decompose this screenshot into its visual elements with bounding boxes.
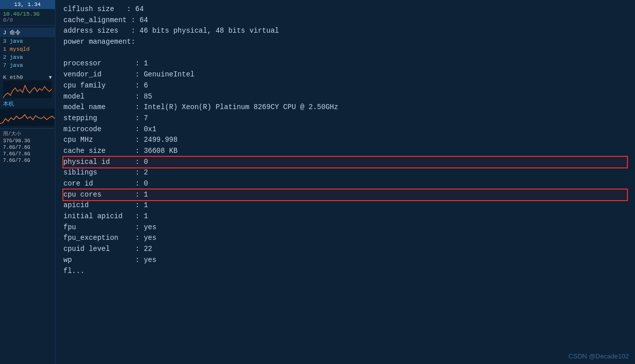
- terminal-line-6: vendor_id : GenuineIntel: [63, 69, 627, 80]
- terminal-line-3: power management:: [63, 37, 627, 48]
- sidebar-header: 13, 1.34: [0, 0, 55, 9]
- sidebar-item-java2[interactable]: 2 java: [0, 53, 55, 61]
- sidebar-item-java3[interactable]: 7 java: [0, 61, 55, 69]
- sidebar-disk-graph: [0, 109, 55, 126]
- chevron-down-icon: ▼: [49, 75, 52, 80]
- terminal-line-5: processor : 1: [63, 58, 627, 69]
- terminal-line-1: cache_alignment : 64: [63, 15, 627, 26]
- terminal-line-23: wp : yes: [63, 255, 627, 266]
- watermark-text: CSDN @Decade102: [569, 352, 629, 360]
- sidebar-local-label: 本机: [0, 99, 55, 109]
- terminal-line-0: clflush size : 64: [63, 4, 627, 15]
- terminal-line-10: stepping : 7: [63, 113, 627, 124]
- terminal-line-22: cpuid level : 22: [63, 244, 627, 255]
- disk-item-3: 7.6G/7.6G: [3, 151, 52, 157]
- sidebar-disk-label: 用/大小: [3, 130, 52, 138]
- sidebar-network-label[interactable]: K eth0 ▼: [3, 74, 52, 80]
- terminal-line-15: siblings : 2: [63, 167, 627, 178]
- terminal-area: clflush size : 64 cache_alignment : 64 a…: [55, 0, 635, 364]
- terminal-line-19: initial apicid : 1: [63, 211, 627, 222]
- sidebar: 13, 1.34 10.4G/15.3G 0/0 J 命令 3 java 1 m…: [0, 0, 55, 364]
- terminal-line-physical-id: physical id : 0: [63, 157, 627, 168]
- sidebar-item-mysql[interactable]: 1 mysqld: [0, 45, 55, 53]
- terminal-line-20: fpu : yes: [63, 222, 627, 233]
- terminal-line-12: cpu MHz : 2499.998: [63, 135, 627, 146]
- terminal-line-7: cpu family : 6: [63, 80, 627, 92]
- terminal-line-24: fl...: [63, 266, 627, 277]
- terminal-line-16: core id : 0: [63, 178, 627, 190]
- terminal-line-13: cache size : 36608 KB: [63, 146, 627, 157]
- terminal-line-2: address sizes : 46 bits physical, 48 bit…: [63, 26, 627, 37]
- terminal-line-cpu-cores: cpu cores : 1: [63, 190, 627, 201]
- terminal-line-4: [63, 48, 627, 59]
- terminal-line-18: apicid : 1: [63, 200, 627, 211]
- terminal-line-9: model name : Intel(R) Xeon(R) Platinum 8…: [63, 102, 627, 113]
- terminal-line-21: fpu_exception : yes: [63, 233, 627, 244]
- sidebar-network-graph: [3, 80, 52, 98]
- sidebar-ratio: 0/0: [3, 17, 52, 23]
- disk-item-4: 7.6G/7.6G: [3, 157, 52, 164]
- sidebar-disk-value: 10.4G/15.3G: [3, 11, 52, 17]
- disk-item-1: 37G/98.3G: [3, 138, 52, 144]
- disk-item-2: 7.6G/7.6G: [3, 144, 52, 151]
- sidebar-section-label: J 命令: [0, 28, 55, 37]
- sidebar-disk-section: 用/大小 37G/98.3G 7.6G/7.6G 7.6G/7.6G 7.6G/…: [0, 128, 55, 165]
- terminal-line-8: model : 85: [63, 92, 627, 103]
- sidebar-item-java1[interactable]: 3 java: [0, 37, 55, 45]
- sidebar-stat-load: 13, 1.34: [14, 2, 41, 8]
- sidebar-network-section: K eth0 ▼: [0, 73, 55, 99]
- sidebar-disk-stat: 10.4G/15.3G 0/0: [0, 9, 55, 26]
- terminal-line-11: microcode : 0x1: [63, 124, 627, 135]
